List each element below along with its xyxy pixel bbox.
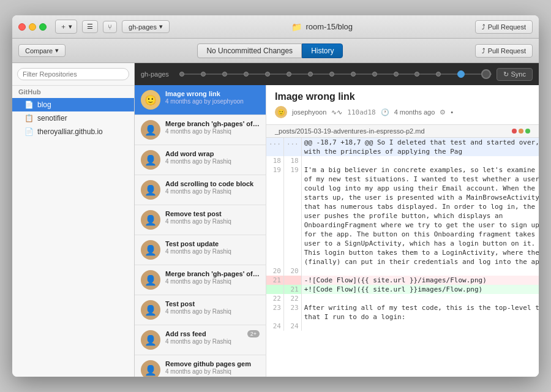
tab-history-label: History	[311, 47, 334, 55]
timeline-dot-12[interactable]	[414, 72, 419, 77]
detail-time: 4 months ago	[394, 108, 435, 116]
gear-icon[interactable]: ⚙	[440, 108, 446, 116]
repo-name-blog: blog	[37, 100, 51, 109]
diff-row-header2: with the principles of applying the Pag	[266, 147, 539, 156]
diff-ln-left-h: ...	[266, 138, 283, 147]
diff-ln-19ir	[283, 239, 301, 248]
timeline-dot-5[interactable]	[265, 72, 270, 77]
commit-item-2[interactable]: 👤 Add word wrap 4 months ago by Rashiq	[135, 145, 266, 175]
avatar-rashiq-2: 👤	[141, 150, 160, 170]
diff-view: ... ... @@ -18,7 +18,7 @@ So I deleted t…	[266, 138, 539, 377]
avatar-rashiq-9: 👤	[141, 360, 160, 377]
commit-text-4: Remove test post 4 months ago by Rashiq	[165, 210, 260, 225]
sidebar-toggle[interactable]: ☰	[82, 20, 98, 33]
diff-content-19j: This login button takes them to a LoginA…	[301, 248, 539, 257]
diff-row-removed: 21 -![Code Flow]({{ site.url }}/images/F…	[266, 276, 539, 285]
timeline-dot-13[interactable]	[436, 72, 441, 77]
timeline-dot-9[interactable]	[351, 72, 356, 77]
commit-item-8[interactable]: 👤 Add rss feed 4 months ago by Rashiq 2+	[135, 325, 266, 355]
titlebar: ＋ ▾ ☰ ⑂ gh-pages ▾ 📁 room-15/blog ⤴ Pull…	[12, 15, 539, 39]
timeline-dot-8[interactable]	[329, 72, 334, 77]
timeline-dot-end[interactable]	[481, 69, 491, 79]
timeline-dot-3[interactable]	[222, 72, 227, 77]
commit-text-5: Test post update 4 months ago by Rashiq	[165, 240, 260, 255]
diff-ln-19l: 19	[266, 165, 283, 175]
diff-row-19g: OnboardingFragment where we try to get t…	[266, 221, 539, 230]
avatar-rashiq-7: 👤	[141, 300, 160, 320]
branch-icon-btn[interactable]: ⑂	[103, 21, 117, 33]
commit-item-1[interactable]: 👤 Merge branch 'gh-pages' of git... 4 mo…	[135, 115, 266, 145]
timeline-dot-4[interactable]	[244, 72, 249, 77]
repo-icon-blog: 📄	[24, 100, 34, 109]
commit-msg-6: Merge branch 'gh-pages' of git...	[165, 270, 260, 277]
commit-msg-2: Add word wrap	[165, 150, 260, 157]
avatar-rashiq-5: 👤	[141, 240, 160, 260]
diff-content-23: After writing all of my test code, this …	[301, 303, 539, 312]
commit-item-9[interactable]: 👤 Remove github pages gem 4 months ago b…	[135, 355, 266, 377]
diff-ln-19il	[266, 239, 283, 248]
sidebar-item-blog[interactable]: 📄 blog	[12, 98, 134, 111]
sync-button[interactable]: ↻ Sync	[497, 68, 533, 81]
commit-item-7[interactable]: 👤 Test post 4 months ago by Rashiq	[135, 295, 266, 325]
diff-ln-19br	[283, 175, 301, 184]
timeline-dot-7[interactable]	[308, 72, 313, 77]
timeline-dot-10[interactable]	[372, 72, 377, 77]
branch-bar-label: gh-pages	[141, 70, 174, 78]
diff-ln-19er	[283, 202, 301, 211]
diff-row-19d: starts up, the user is presented with a …	[266, 193, 539, 202]
commit-item-5[interactable]: 👤 Test post update 4 months ago by Rashi…	[135, 235, 266, 265]
diff-ln-24l: 24	[266, 322, 283, 331]
close-button[interactable]	[18, 23, 26, 31]
detail-meta: 🙂 josephyoon ∿∿ 110ad18 🕐 4 months ago ⚙…	[275, 106, 530, 118]
toolbar-left: Compare ▾	[18, 44, 66, 57]
diff-row-19j: This login button takes them to a LoginA…	[266, 248, 539, 257]
detail-author: josephyoon	[292, 108, 326, 116]
branch-selector[interactable]: gh-pages ▾	[122, 20, 170, 33]
diff-content-19e: that has numerous tabs displayed. In ord…	[301, 202, 539, 211]
timeline-dot-2[interactable]	[201, 72, 206, 77]
commit-item-0[interactable]: 🙂 Image wrong link 4 months ago by josep…	[135, 85, 266, 115]
filter-repositories-input[interactable]	[17, 68, 129, 80]
diff-ln-23bl	[266, 312, 283, 322]
diff-dot-red	[512, 129, 517, 134]
detail-clock-icon: 🕐	[381, 108, 389, 116]
timeline-dot-11[interactable]	[394, 72, 399, 77]
commit-item-3[interactable]: 👤 Add scrolling to code block 4 months a…	[135, 175, 266, 205]
minimize-button[interactable]	[29, 23, 36, 31]
diff-content-removed: -![Code Flow]({{ site.url }}/images/Flow…	[301, 276, 539, 285]
tab-no-uncommitted-label: No Uncommitted Changes	[206, 47, 293, 55]
diff-ln-22r: 22	[283, 294, 301, 303]
sidebar-item-senotifier[interactable]: 📋 senotifier	[12, 111, 134, 125]
sidebar-item-theroyalliar[interactable]: 📄 theroyalliar.github.io	[12, 125, 134, 138]
diff-content-20	[301, 266, 539, 276]
timeline-dot-6[interactable]	[287, 72, 291, 77]
commit-item-4[interactable]: 👤 Remove test post 4 months ago by Rashi…	[135, 205, 266, 235]
pull-request-button[interactable]: ⤴ Pull Request	[475, 20, 533, 34]
commit-text-7: Test post 4 months ago by Rashiq	[165, 300, 260, 315]
timeline-dot-active[interactable]	[457, 70, 465, 78]
diff-ln-18r: 18	[283, 156, 301, 165]
diff-content-added: +![Code Flow]({{ site.url }}images/Flow.…	[301, 285, 539, 294]
tab-no-uncommitted[interactable]: No Uncommitted Changes	[197, 43, 302, 58]
diff-content-19k: (finally) can put in their credentials a…	[301, 257, 539, 266]
timeline-dots	[179, 69, 492, 79]
diff-ln-24r: 24	[283, 322, 301, 331]
commit-item-6[interactable]: 👤 Merge branch 'gh-pages' of git... 4 mo…	[135, 265, 266, 295]
pull-request-btn-toolbar[interactable]: ⤴ Pull Request	[475, 44, 533, 58]
add-button[interactable]: ＋ ▾	[55, 20, 77, 34]
pull-request-toolbar-icon: ⤴	[482, 47, 485, 55]
avatar-rashiq-8: 👤	[141, 330, 160, 350]
window-title-area: 📁 room-15/blog	[174, 22, 470, 32]
maximize-button[interactable]	[39, 23, 47, 31]
traffic-lights	[18, 23, 47, 31]
diff-ln-19gl	[266, 221, 283, 230]
diff-ln-19jl	[266, 248, 283, 257]
tab-history[interactable]: History	[302, 43, 343, 58]
timeline-dot-1[interactable]	[179, 72, 184, 77]
folder-icon: 📁	[291, 22, 302, 32]
avatar-josephyoon: 🙂	[141, 90, 160, 110]
commit-meta-3: 4 months ago by Rashiq	[165, 188, 260, 195]
compare-button[interactable]: Compare ▾	[18, 44, 66, 57]
commit-msg-7: Test post	[165, 300, 260, 307]
diff-ln-21al	[266, 285, 283, 294]
